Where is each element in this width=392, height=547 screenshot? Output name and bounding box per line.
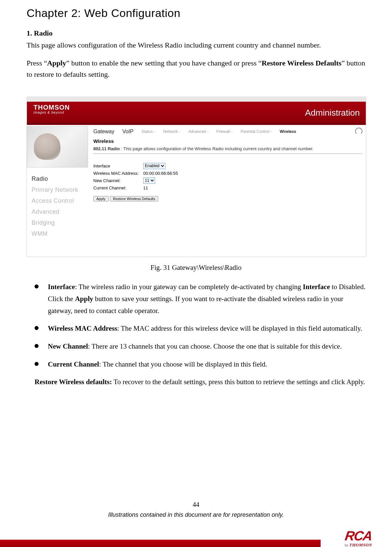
bullet-new-channel: New Channel: There are 13 channels that … (35, 341, 365, 353)
subtab-status[interactable]: Status - (142, 129, 155, 134)
sidebar-item-advanced[interactable]: Advanced (32, 206, 88, 217)
label-current-channel: Current Channel: (93, 185, 143, 190)
chapter-title: Chapter 2: Web Configuration (27, 7, 365, 20)
page-title-administration: Administration (305, 108, 360, 118)
content-section-description: 802.11 Radio : This page allows configur… (93, 146, 362, 151)
label-new-channel: New Channel: (93, 178, 143, 183)
radio-settings-form: Interface Enabled Wireless MAC Address: … (93, 162, 178, 191)
text-fragment: Press “ (27, 59, 47, 67)
section-heading-radio: 1. Radio (27, 29, 365, 38)
text-bold: Apply (75, 295, 93, 303)
sidebar-item-access-control[interactable]: Access Control (32, 195, 88, 206)
text-fragment: : The wireless radio in your gateway can… (75, 283, 303, 291)
text-fragment: ” button to enable the new setting that … (66, 59, 261, 67)
subtab-advanced[interactable]: Advanced - (188, 129, 209, 134)
bullet-label: Interface (48, 283, 75, 291)
label-mac: Wireless MAC Address: (93, 171, 143, 176)
admin-ui-screenshot: THOMSON images & beyond Administration G… (27, 97, 366, 257)
text-bold: Interface (303, 283, 330, 291)
restore-wireless-defaults-button[interactable]: Restore Wireless Defaults (110, 196, 158, 201)
interface-select[interactable]: Enabled (143, 163, 165, 169)
desc-sep: : (120, 146, 124, 151)
logo-thomson: THOMSON (349, 542, 372, 547)
subtab-network[interactable]: Network - (163, 129, 180, 134)
text-fragment: : The MAC address for this wireless devi… (117, 324, 362, 332)
sidebar-item-primary-network[interactable]: Primary Network (32, 184, 88, 195)
text-fragment: To recover to the default settings, pres… (112, 378, 365, 386)
content-section-title: Wireless (93, 138, 114, 144)
section-intro: This page allows configuration of the Wi… (27, 40, 365, 51)
value-mac: 00:00:00:66:66:55 (143, 171, 178, 176)
sidebar-item-bridging[interactable]: Bridging (32, 217, 88, 228)
restore-defaults-paragraph: Restore Wireless defaults: To recover to… (35, 376, 365, 388)
logo-by: by (345, 543, 349, 547)
rca-logo-text: RCA (344, 530, 373, 542)
subtab-parental-control[interactable]: Parental Control - (241, 129, 272, 134)
footer-disclaimer: Illustrations contained in this document… (0, 511, 392, 518)
top-nav: Gateway VoIP Status - Network - Advanced… (93, 126, 366, 137)
apply-bold: Apply (47, 59, 66, 67)
restore-defaults-bold: Restore Wireless Defaults (262, 59, 342, 67)
thomson-logo: THOMSON images & beyond (34, 104, 88, 123)
horizontal-rule (93, 154, 362, 154)
bullet-current-channel: Current Channel: The channel that you ch… (35, 359, 365, 371)
header-accent-line (27, 123, 366, 125)
desc-text: This page allows configuration of the Wi… (123, 146, 313, 151)
apply-button[interactable]: Apply (93, 196, 109, 201)
bullet-label: New Channel (48, 342, 88, 350)
bullet-label: Wireless MAC Address (48, 324, 117, 332)
text-fragment: : The channel that you choose will be di… (99, 360, 267, 368)
logo-text: THOMSON (34, 104, 88, 111)
desc-label: 802.11 Radio (93, 146, 120, 151)
figure-caption: Fig. 31 Gateway\Wireless\Radio (27, 264, 365, 272)
restore-label: Restore Wireless defaults: (35, 378, 112, 386)
sidebar-item-wmm[interactable]: WMM (32, 228, 88, 239)
bullet-list: Interface: The wireless radio in your ga… (35, 281, 365, 370)
section-press-paragraph: Press “Apply” button to enable the new s… (27, 57, 365, 80)
footer-red-stripe (0, 540, 321, 547)
bullet-interface: Interface: The wireless radio in your ga… (35, 281, 365, 317)
label-interface: Interface (93, 164, 143, 168)
text-fragment: : There are 13 channels that you can cho… (88, 342, 342, 350)
subtab-wireless[interactable]: Wireless (280, 129, 296, 134)
sidebar-photo (27, 126, 88, 167)
subtab-firewall[interactable]: Firewall - (216, 129, 233, 134)
bullet-wireless-mac: Wireless MAC Address: The MAC address fo… (35, 323, 365, 335)
page-number: 44 (0, 501, 392, 508)
value-current-channel: 11 (143, 185, 148, 190)
rca-logo: RCA by THOMSON (345, 530, 372, 547)
bullet-label: Current Channel (48, 360, 99, 368)
tab-gateway[interactable]: Gateway (93, 129, 114, 135)
new-channel-select[interactable]: 11 (143, 177, 155, 184)
tab-voip[interactable]: VoIP (122, 129, 134, 135)
logo-tagline: images & beyond (34, 111, 88, 114)
sidebar-nav: Radio Primary Network Access Control Adv… (32, 173, 88, 239)
footer-bar: RCA by THOMSON (0, 524, 392, 547)
sidebar-item-radio[interactable]: Radio (32, 173, 88, 184)
